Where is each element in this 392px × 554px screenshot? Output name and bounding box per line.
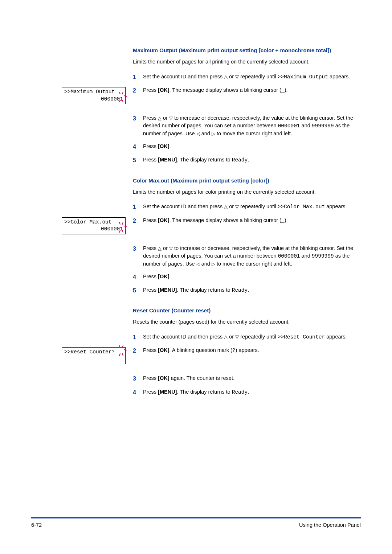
step-number: 5: [133, 156, 143, 164]
step: 3Press △ or ▽ to increase or decrease, r…: [133, 245, 361, 268]
section-intro: Resets the counter (pages used) for the …: [133, 319, 361, 326]
step-text: Press [OK].: [143, 143, 361, 151]
step-number: 4: [133, 273, 143, 281]
section-heading: Maximum Output (Maximum print output set…: [133, 47, 361, 54]
triangle-left-icon: ◁: [196, 131, 200, 138]
step-text: Press [MENU]. The display returns to Rea…: [143, 388, 361, 397]
triangle-down-icon: ▽: [169, 115, 173, 122]
step: 2Press [OK]. A blinking question mark (?…: [133, 346, 361, 355]
step: 5Press [MENU]. The display returns to Re…: [133, 156, 361, 164]
triangle-left-icon: ◁: [196, 261, 200, 268]
section-intro: Limits the number of pages for all print…: [133, 58, 361, 66]
section-intro: Limits the number of pages for color pri…: [133, 189, 361, 196]
step-text: Press [MENU]. The display returns to Rea…: [143, 286, 361, 295]
page-number: 6-72: [31, 522, 42, 528]
triangle-down-icon: ▽: [169, 245, 173, 252]
top-rule: [31, 32, 361, 32]
step-number: 2: [133, 217, 143, 225]
triangle-up-icon: △: [158, 115, 162, 122]
triangle-right-icon: ▷: [212, 261, 215, 268]
step-text: Press [MENU]. The display returns to Rea…: [143, 156, 361, 164]
section-heading: Reset Counter (Counter reset): [133, 307, 361, 314]
step-number: 1: [133, 333, 143, 341]
step-number: 1: [133, 73, 143, 81]
triangle-up-icon: △: [158, 245, 162, 252]
page-footer: 6-72 Using the Operation Panel: [31, 517, 361, 528]
step: 5Press [MENU]. The display returns to Re…: [133, 286, 361, 295]
footer-title: Using the Operation Panel: [299, 522, 361, 528]
step-text: Press [OK] again. The counter is reset.: [143, 374, 361, 383]
step: 2Press [OK]. The message display shows a…: [133, 86, 361, 95]
triangle-right-icon: ▷: [212, 131, 215, 138]
step: 2Press [OK]. The message display shows a…: [133, 217, 361, 225]
step: 3Press [OK] again. The counter is reset.: [133, 374, 361, 383]
step-number: 1: [133, 203, 143, 211]
step-text: Set the account ID and then press △ or ▽…: [143, 73, 361, 81]
step-text: Press △ or ▽ to increase or decrease, re…: [143, 245, 361, 268]
lcd-display: >>Color Max.out0000001: [62, 217, 126, 234]
lcd-display: >>Reset Counter?: [62, 347, 126, 364]
step: 1Set the account ID and then press △ or …: [133, 333, 361, 341]
section-heading: Color Max.out (Maximum print output sett…: [133, 177, 361, 184]
step-number: 2: [133, 86, 143, 95]
step: 1Set the account ID and then press △ or …: [133, 73, 361, 81]
step-text: Press [OK]. The message display shows a …: [143, 217, 361, 225]
lcd-display: >>Maximum Output0000001: [62, 87, 126, 104]
step-number: 4: [133, 388, 143, 397]
step-text: Press [OK]. A blinking question mark (?)…: [143, 346, 361, 355]
step-text: Press [OK]. The message display shows a …: [143, 86, 361, 95]
triangle-up-icon: △: [224, 334, 228, 341]
triangle-down-icon: ▽: [235, 74, 239, 81]
triangle-up-icon: △: [224, 74, 228, 81]
step-number: 2: [133, 346, 143, 355]
step-number: 3: [133, 114, 143, 138]
step-text: Press [OK].: [143, 273, 361, 281]
step-text: Set the account ID and then press △ or ▽…: [143, 203, 361, 211]
step-number: 5: [133, 286, 143, 295]
step: 1Set the account ID and then press △ or …: [133, 203, 361, 211]
step-text: Press △ or ▽ to increase or decrease, re…: [143, 114, 361, 138]
step-number: 3: [133, 374, 143, 383]
triangle-up-icon: △: [224, 204, 228, 210]
step-number: 3: [133, 245, 143, 268]
step: 4Press [MENU]. The display returns to Re…: [133, 388, 361, 397]
triangle-down-icon: ▽: [235, 334, 239, 341]
step-number: 4: [133, 143, 143, 151]
triangle-down-icon: ▽: [235, 204, 239, 210]
step: 4Press [OK].: [133, 273, 361, 281]
step: 3Press △ or ▽ to increase or decrease, r…: [133, 114, 361, 138]
step-text: Set the account ID and then press △ or ▽…: [143, 333, 361, 341]
step: 4Press [OK].: [133, 143, 361, 151]
